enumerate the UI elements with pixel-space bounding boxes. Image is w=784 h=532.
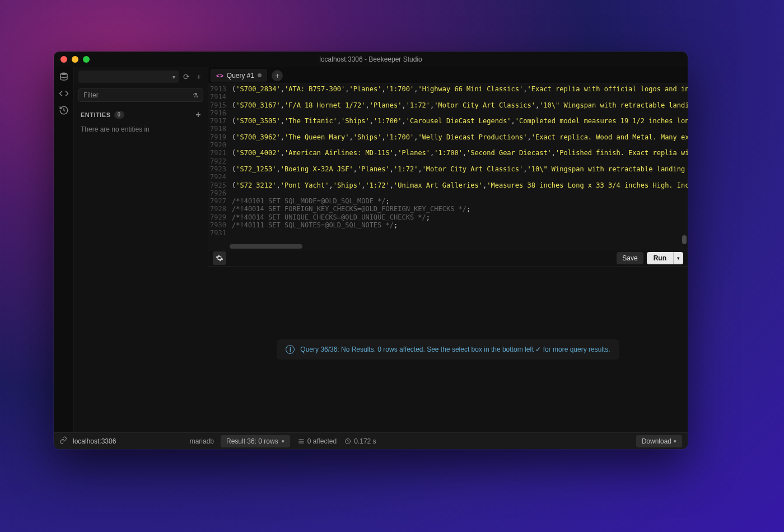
clock-icon xyxy=(344,438,351,445)
query-timing: 0.172 s xyxy=(344,437,376,445)
refresh-icon[interactable]: ⟳ xyxy=(182,72,191,81)
tab-query-1[interactable]: <> Query #1 xyxy=(211,69,267,82)
results-info-box: i Query 36/36: No Results. 0 rows affect… xyxy=(277,339,619,360)
chevron-down-icon: ▾ xyxy=(282,438,284,444)
svg-point-0 xyxy=(60,73,67,76)
maximize-window-button[interactable] xyxy=(83,56,90,63)
affected-rows: 0 affected xyxy=(298,437,337,445)
filter-placeholder: Filter xyxy=(83,91,99,99)
gear-icon xyxy=(216,254,223,262)
close-window-button[interactable] xyxy=(60,56,67,63)
status-bar: localhost:3306 mariadb Result 36: 0 rows… xyxy=(54,432,688,449)
vertical-scrollbar[interactable] xyxy=(682,84,687,244)
activity-rail xyxy=(54,67,74,432)
run-button[interactable]: Run xyxy=(647,252,673,264)
results-info-text: Query 36/36: No Results. 0 rows affected… xyxy=(300,346,610,353)
database-type: mariadb xyxy=(190,437,214,445)
sidebar: ▾ ⟳ + Filter ⚗ ENTITIES 0 + There are no… xyxy=(74,67,208,432)
app-window: localhost:3306 - Beekeeper Studio ▾ ⟳ + xyxy=(54,52,688,449)
history-icon[interactable] xyxy=(59,105,69,115)
entities-count-badge: 0 xyxy=(114,111,124,119)
sql-editor[interactable]: 7913 7914 7915 7916 7917 7918 7919 7920 … xyxy=(208,84,688,250)
window-controls xyxy=(60,56,90,63)
code-icon[interactable] xyxy=(59,88,69,99)
add-tab-button[interactable]: + xyxy=(272,70,283,81)
line-gutter: 7913 7914 7915 7916 7917 7918 7919 7920 … xyxy=(208,84,230,250)
rows-icon xyxy=(298,438,305,445)
tab-label: Query #1 xyxy=(227,72,254,80)
editor-settings-button[interactable] xyxy=(213,251,226,265)
info-icon: i xyxy=(286,345,295,354)
filter-icon: ⚗ xyxy=(193,92,198,99)
horizontal-scrollbar[interactable] xyxy=(230,244,680,249)
editor-toolbar: Save Run ▾ xyxy=(208,250,688,267)
chevron-down-icon: ▾ xyxy=(674,438,676,444)
entities-header: ENTITIES 0 + xyxy=(74,104,208,122)
result-selector[interactable]: Result 36: 0 rows ▾ xyxy=(221,435,290,447)
main-panel: <> Query #1 + 7913 7914 7915 7916 7917 7… xyxy=(208,67,688,432)
tab-bar: <> Query #1 + xyxy=(208,67,688,84)
download-button[interactable]: Download ▾ xyxy=(636,435,682,447)
entities-label: ENTITIES xyxy=(81,111,111,118)
connection-icon xyxy=(59,436,67,446)
query-tab-icon: <> xyxy=(216,72,223,79)
results-panel: i Query 36/36: No Results. 0 rows affect… xyxy=(208,267,688,432)
tab-dirty-indicator xyxy=(258,73,262,77)
add-icon[interactable]: + xyxy=(194,72,203,81)
database-select[interactable]: ▾ xyxy=(78,71,179,83)
entities-empty-message: There are no entities in xyxy=(74,122,208,137)
database-icon[interactable] xyxy=(59,72,69,82)
window-title: localhost:3306 - Beekeeper Studio xyxy=(54,55,688,63)
connection-host[interactable]: localhost:3306 xyxy=(73,437,116,445)
titlebar: localhost:3306 - Beekeeper Studio xyxy=(54,52,688,67)
minimize-window-button[interactable] xyxy=(72,56,78,63)
add-entity-button[interactable]: + xyxy=(195,110,201,120)
run-dropdown-button[interactable]: ▾ xyxy=(673,252,683,264)
save-button[interactable]: Save xyxy=(617,252,643,264)
entity-filter-input[interactable]: Filter ⚗ xyxy=(78,88,203,102)
chevron-down-icon: ▾ xyxy=(172,74,175,80)
code-area[interactable]: ('S700_2834','ATA: B757-300','Planes','1… xyxy=(230,84,688,250)
